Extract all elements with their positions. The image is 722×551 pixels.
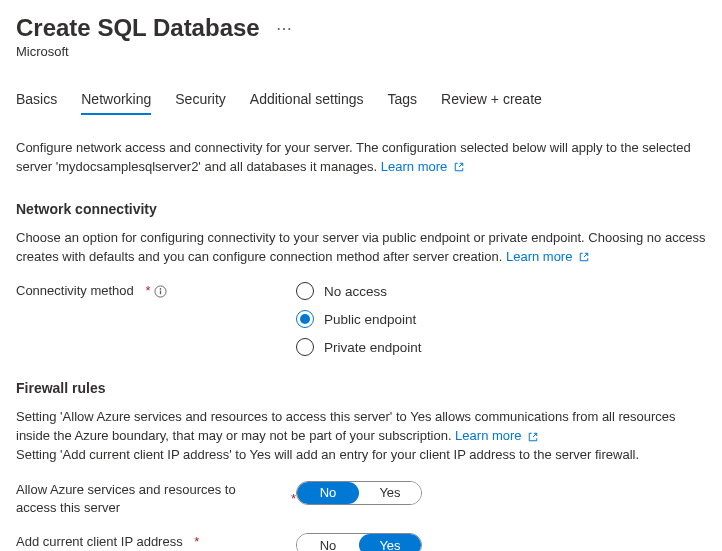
add-client-ip-toggle[interactable]: No Yes [296, 533, 422, 551]
network-connectivity-desc: Choose an option for configuring connect… [16, 229, 706, 267]
connectivity-method-label: Connectivity method * [16, 282, 296, 300]
radio-private-endpoint[interactable]: Private endpoint [296, 338, 422, 356]
external-link-icon [579, 252, 589, 262]
tab-networking[interactable]: Networking [81, 91, 151, 115]
tab-bar: Basics Networking Security Additional se… [16, 91, 706, 115]
tab-review-create[interactable]: Review + create [441, 91, 542, 115]
radio-icon [296, 282, 314, 300]
learn-more-link-firewall[interactable]: Learn more [455, 428, 538, 443]
external-link-icon [454, 162, 464, 172]
svg-rect-2 [160, 291, 161, 295]
radio-icon-selected [296, 310, 314, 328]
radio-label: Private endpoint [324, 340, 422, 355]
page-title: Create SQL Database [16, 14, 260, 42]
more-actions-icon[interactable]: ⋯ [276, 19, 293, 38]
connectivity-method-radio-group: No access Public endpoint Private endpoi… [296, 282, 422, 356]
external-link-icon [528, 432, 538, 442]
networking-desc-text: Configure network access and connectivit… [16, 140, 691, 174]
radio-label: Public endpoint [324, 312, 416, 327]
toggle-yes[interactable]: Yes [359, 534, 421, 551]
firewall-line2: Setting 'Add current client IP address' … [16, 447, 639, 462]
allow-azure-toggle[interactable]: No Yes [296, 481, 422, 505]
radio-no-access[interactable]: No access [296, 282, 422, 300]
firewall-rules-heading: Firewall rules [16, 380, 706, 396]
firewall-desc: Setting 'Allow Azure services and resour… [16, 408, 706, 465]
radio-label: No access [324, 284, 387, 299]
radio-icon [296, 338, 314, 356]
tab-security[interactable]: Security [175, 91, 226, 115]
toggle-no[interactable]: No [297, 482, 359, 504]
network-desc-text: Choose an option for configuring connect… [16, 230, 705, 264]
toggle-yes[interactable]: Yes [359, 482, 421, 504]
learn-more-link[interactable]: Learn more [381, 159, 464, 174]
toggle-no[interactable]: No [297, 534, 359, 551]
radio-public-endpoint[interactable]: Public endpoint [296, 310, 422, 328]
network-connectivity-heading: Network connectivity [16, 201, 706, 217]
required-asterisk: * [145, 282, 150, 300]
info-icon[interactable] [154, 285, 167, 298]
required-asterisk: * [194, 533, 199, 551]
tab-additional-settings[interactable]: Additional settings [250, 91, 364, 115]
tab-basics[interactable]: Basics [16, 91, 57, 115]
allow-azure-label: Allow Azure services and resources to ac… [16, 481, 296, 517]
page-subtitle: Microsoft [16, 44, 706, 59]
add-client-ip-label: Add current client IP address * [16, 533, 296, 551]
networking-description: Configure network access and connectivit… [16, 139, 706, 177]
tab-tags[interactable]: Tags [387, 91, 417, 115]
firewall-line1: Setting 'Allow Azure services and resour… [16, 409, 676, 443]
svg-point-1 [160, 288, 162, 290]
learn-more-link-network[interactable]: Learn more [506, 249, 589, 264]
